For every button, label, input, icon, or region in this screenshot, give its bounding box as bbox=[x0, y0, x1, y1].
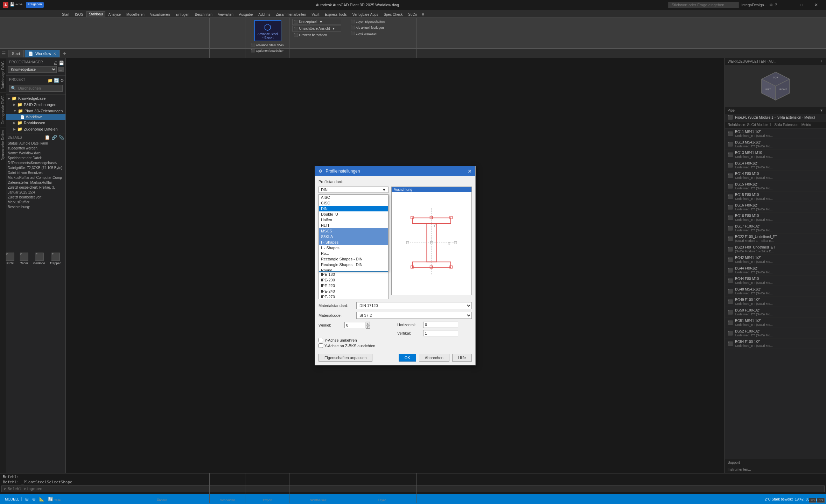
grenzen-icon: ⬛ bbox=[294, 33, 298, 37]
dialog-title-icon: ⚙ bbox=[318, 169, 322, 174]
minimize-button[interactable]: ─ bbox=[780, 0, 794, 10]
y-axis-label: Y-Achse umkehren bbox=[324, 338, 357, 342]
vertical-input[interactable] bbox=[423, 330, 458, 336]
list-option-s3kla[interactable]: S3KLA bbox=[319, 234, 388, 239]
preview-box: Ausrichtung bbox=[391, 187, 472, 295]
list-option-i-shapes[interactable]: I - Shapes bbox=[319, 239, 388, 245]
angle-col: Winkel: ▲ ▼ bbox=[318, 322, 393, 330]
vertical-field-row: Vertikal: bbox=[397, 330, 472, 336]
angle-spinner[interactable]: ▲ ▼ bbox=[344, 322, 370, 329]
dialog-right-panel: Ausrichtung bbox=[391, 187, 472, 299]
ok-button[interactable]: OK bbox=[399, 354, 416, 362]
profile-dropdown-area: DIN ▼ AISC CISC DIN Double_U Halfen bbox=[318, 187, 388, 193]
dialog-overlay: ⚙ Profileinstellungen ✕ Profilstandard: bbox=[66, 58, 724, 473]
material-standard-select[interactable]: DIN 17120 bbox=[356, 302, 472, 309]
ribbon-group-schneiden: Schneiden bbox=[210, 18, 245, 49]
angle-row: Winkel: ▲ ▼ bbox=[318, 322, 472, 330]
list-option-round[interactable]: Round bbox=[319, 267, 388, 271]
layer-anpassen-button[interactable]: ⬛ Layrt anpassen bbox=[349, 31, 379, 36]
help-search-input[interactable] bbox=[668, 2, 738, 8]
layer-row1: ⬛ Layer-Eigenschaften bbox=[349, 19, 414, 24]
als-aktuell-button[interactable]: ⬛ Als aktuell festlegen bbox=[349, 25, 385, 30]
profil-buttons: ⬛ Profil ⬛ Rader ⬛ Gelände ⬛ Treppen ⬛ bbox=[4, 19, 112, 49]
list-option-rect-din2[interactable]: Rectangle Shapes - DIN bbox=[319, 262, 388, 267]
angle-spin-arrows: ▲ ▼ bbox=[366, 322, 370, 329]
eigenschaften-button[interactable]: Eigenschaften anpassen bbox=[318, 354, 372, 362]
advance-steel-svg-button[interactable]: ⬛ Advance Steel SVG bbox=[250, 43, 286, 48]
list-option-aisc[interactable]: AISC bbox=[319, 195, 388, 200]
window-buttons: ─ □ ✕ bbox=[780, 0, 823, 10]
advance-steel-export-area: ⬡ Advance Steel = Export ⬛ Advance Steel… bbox=[248, 19, 287, 49]
dialog-content: DIN ▼ AISC CISC DIN Double_U Halfen bbox=[318, 187, 472, 299]
dialog-close-button[interactable]: ✕ bbox=[468, 168, 472, 174]
vert-tab-orthogonale[interactable]: Orthogonale DWG bbox=[0, 92, 6, 127]
close-button[interactable]: ✕ bbox=[809, 0, 823, 10]
horizontal-col: Horizontal: bbox=[397, 322, 472, 330]
settings-icon[interactable]: ⚙ bbox=[769, 3, 773, 7]
list-option-mscs[interactable]: MSCS bbox=[319, 228, 388, 234]
dialog-bottom: Materialstandard: DIN 17120 Materialcode… bbox=[318, 302, 472, 348]
dialog-title-text: Profileinstellungen bbox=[326, 169, 360, 174]
layer-eigenschaften-button[interactable]: ⬛ Layer-Eigenschaften bbox=[349, 19, 386, 24]
export-options-button[interactable]: ⬛ Optionen bearbeiten bbox=[250, 48, 286, 49]
canvas-area[interactable]: ⚙ Profileinstellungen ✕ Profilstandard: bbox=[66, 58, 724, 473]
dialog-title-area: ⚙ Profileinstellungen bbox=[318, 169, 360, 174]
anpassen-icon: ⬛ bbox=[350, 31, 355, 35]
list-option-rect-din1[interactable]: Rectangle Shapes - DIN bbox=[319, 256, 388, 262]
list-option-cisc[interactable]: CISC bbox=[319, 200, 388, 206]
maximize-button[interactable]: □ bbox=[794, 0, 808, 10]
size-ipe220[interactable]: IPE-220 bbox=[319, 283, 388, 288]
angle-up-arrow[interactable]: ▲ bbox=[366, 322, 370, 325]
list-option-l-shapes[interactable]: L - Shapes bbox=[319, 245, 388, 251]
export-small-buttons: ⬛ Advance Steel SVG ⬛ Optionen bearbeite… bbox=[250, 43, 286, 49]
list-option-double-u[interactable]: Double_U bbox=[319, 211, 388, 217]
y-axis-row: Y-Achse umkehren bbox=[318, 338, 472, 342]
list-option-hlti[interactable]: HLTI bbox=[319, 223, 388, 228]
konzeptuell-dropdown[interactable]: ⬛ Konzeptuell ▼ bbox=[292, 19, 341, 25]
list-option-din[interactable]: DIN bbox=[319, 206, 388, 211]
dialog-body: Profilstandard: DIN ▼ bbox=[315, 176, 475, 365]
svg-icon: ⬛ bbox=[251, 43, 255, 47]
vert-tab-dateiablage[interactable]: Dateiablage DWG bbox=[0, 58, 6, 92]
help-button[interactable]: Hilfe bbox=[452, 354, 472, 362]
dialog-left-panel: DIN ▼ AISC CISC DIN Double_U Halfen bbox=[318, 187, 388, 299]
angle-label: Winkel: bbox=[318, 323, 343, 327]
horizontal-input[interactable] bbox=[423, 322, 458, 328]
size-ipe180[interactable]: IPE-180 bbox=[319, 272, 388, 277]
grenzen-button[interactable]: ⬛ Grenzen berechnen bbox=[292, 32, 328, 37]
chevron-down-icon: ▼ bbox=[320, 20, 323, 24]
layer-row3: ⬛ Layrt anpassen bbox=[349, 31, 414, 36]
app-icon-autodesk: A bbox=[3, 2, 8, 8]
undo-icon[interactable]: ↩ bbox=[15, 2, 19, 8]
sichtbarkeit-controls: ⬛ Konzeptuell ▼ ⬛ Unsichtbare Ansicht ▼ … bbox=[292, 19, 344, 37]
view-btn-2[interactable]: 3D bbox=[817, 498, 825, 503]
vert-tab-dynamische[interactable]: Dynamische Rollen bbox=[0, 127, 6, 163]
list-option-halfen[interactable]: Halfen bbox=[319, 217, 388, 223]
main-layout: Dateiablage DWG Orthogonale DWG Dynamisc… bbox=[0, 58, 826, 473]
material-code-select[interactable]: St 37-2 bbox=[356, 312, 472, 319]
horizontal-label: Horizontal: bbox=[397, 323, 422, 327]
layer-row2: ⬛ Als aktuell festlegen bbox=[349, 25, 414, 30]
cancel-button[interactable]: Abbrechen bbox=[419, 354, 449, 362]
advance-steel-export-icon: ⬡ bbox=[264, 22, 271, 32]
svg-rect-9 bbox=[430, 216, 432, 219]
help-icon[interactable]: ? bbox=[775, 3, 777, 7]
angle-input[interactable] bbox=[344, 322, 365, 328]
list-option-ro[interactable]: Ro... bbox=[319, 251, 388, 256]
z-axis-checkbox[interactable] bbox=[318, 343, 323, 348]
size-ipe200[interactable]: IPE-200 bbox=[319, 277, 388, 283]
advance-steel-export-button[interactable]: ⬡ Advance Steel = Export bbox=[254, 20, 281, 41]
ansicht-dropdown[interactable]: ⬛ Unsichtbare Ansicht ▼ bbox=[292, 26, 341, 31]
redo-icon[interactable]: ↪ bbox=[19, 2, 22, 8]
y-axis-checkbox[interactable] bbox=[318, 338, 323, 342]
angle-down-arrow[interactable]: ▼ bbox=[366, 325, 370, 329]
size-ipe270[interactable]: IPE-270 bbox=[319, 294, 388, 299]
app-icons-area: A 💾 ↩ ↪ Freigeben bbox=[3, 2, 44, 8]
size-ipe240[interactable]: IPE-240 bbox=[319, 288, 388, 294]
profile-standard-select[interactable]: DIN ▼ bbox=[318, 187, 388, 193]
aktuell-icon: ⬛ bbox=[350, 26, 355, 29]
save-icon[interactable]: 💾 bbox=[10, 2, 15, 8]
window-title: Autodesk AutoCAD Plant 3D 2025 Workflow.… bbox=[47, 3, 668, 7]
view-btn-1[interactable]: 2D bbox=[809, 498, 817, 503]
material-standard-label: Materialstandard: bbox=[318, 303, 354, 308]
